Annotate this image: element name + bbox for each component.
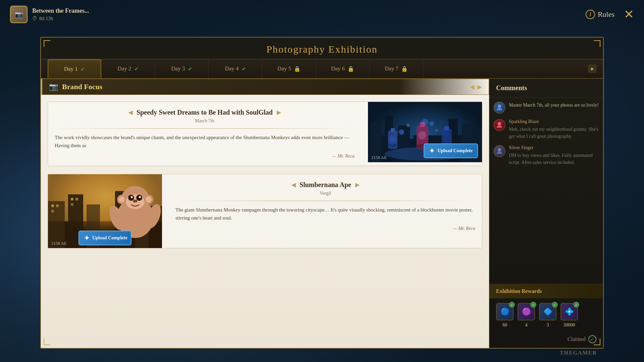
comment-avatar-1 bbox=[493, 102, 505, 114]
entry-1-prev-arrow[interactable]: ◀ bbox=[128, 109, 132, 116]
tab-day-3[interactable]: Day 3 ✔ bbox=[155, 59, 209, 78]
comment-body-3: Silver Finger DM to buy views and likes.… bbox=[509, 145, 599, 166]
reward-item-1: 🔵 ✓ 60 bbox=[496, 303, 514, 328]
comment-text-3: DM to buy views and likes. Fully automat… bbox=[509, 152, 599, 166]
entry-2-next-arrow[interactable]: ▶ bbox=[355, 182, 359, 188]
svg-point-46 bbox=[139, 196, 141, 198]
tab-day-6[interactable]: Day 6 🔒 bbox=[316, 59, 370, 78]
tab-day-1[interactable]: Day 1 ✔ bbox=[48, 59, 101, 78]
comment-username-3: Silver Finger bbox=[509, 145, 599, 150]
rules-button[interactable]: i Rules bbox=[586, 10, 614, 19]
svg-point-16 bbox=[418, 131, 426, 139]
entry-2-upload-badge: ✦ Upload Complete bbox=[78, 231, 131, 245]
entry-2-reviewer: — Mr. Reca bbox=[175, 226, 475, 231]
tab-day-3-check: ✔ bbox=[188, 66, 192, 72]
entry-1-next-arrow[interactable]: ▶ bbox=[277, 109, 281, 116]
svg-point-51 bbox=[119, 196, 125, 202]
svg-point-57 bbox=[498, 122, 501, 125]
svg-point-12 bbox=[387, 134, 398, 145]
top-right-controls: i Rules ✕ bbox=[586, 8, 634, 20]
comment-item-1: Master March 7th, all your photos are so… bbox=[493, 102, 599, 114]
svg-rect-18 bbox=[444, 126, 449, 130]
tab-scroll-right[interactable]: ▶ bbox=[588, 65, 596, 73]
reward-item-4: 💠 ✓ 30000 bbox=[560, 303, 578, 328]
svg-point-56 bbox=[498, 105, 501, 108]
brand-focus-title: Brand Focus bbox=[62, 82, 102, 91]
comment-item-2: Sparkling Blaze Meh, check out my neighb… bbox=[493, 119, 599, 140]
entry-2-ae-label: 2158 AE bbox=[51, 241, 67, 246]
corner-decoration-br bbox=[594, 339, 600, 345]
brand-focus-next[interactable]: ▶ bbox=[477, 83, 482, 90]
svg-point-49 bbox=[136, 200, 137, 202]
entry-2-author: Vergil bbox=[175, 191, 475, 196]
entry-1-photo: ✦ Upload Complete 2158 AE bbox=[368, 102, 482, 162]
svg-rect-10 bbox=[391, 128, 395, 132]
entry-2-divider bbox=[175, 201, 475, 201]
quest-title: Between the Frames... bbox=[32, 7, 89, 14]
tab-day-2-check: ✔ bbox=[134, 66, 139, 72]
entry-1-text: ◀ Speedy Sweet Dreams to Be Had with Sou… bbox=[48, 102, 361, 166]
close-button[interactable]: ✕ bbox=[624, 8, 634, 20]
rewards-grid: 🔵 ✓ 60 🟣 ✓ 4 🔷 bbox=[489, 298, 603, 333]
entry-2-title: ◀ Slumbernana Ape ▶ bbox=[175, 181, 475, 189]
entry-2-photo-section: ✦ Upload Complete 2158 AE bbox=[48, 174, 162, 248]
tab-day-1-check: ✔ bbox=[80, 66, 85, 72]
photo-entry-2: ✦ Upload Complete 2158 AE ◀ Slumbernana … bbox=[48, 174, 482, 248]
svg-rect-36 bbox=[51, 210, 54, 213]
tab-day-7[interactable]: Day 7 🔒 bbox=[370, 59, 423, 78]
photo-entry-1: ◀ Speedy Sweet Dreams to Be Had with Sou… bbox=[48, 102, 482, 166]
reward-icon-3: 🔷 ✓ bbox=[539, 303, 556, 320]
rewards-header: Exhibition Rewards bbox=[489, 284, 603, 298]
svg-point-53 bbox=[146, 196, 152, 202]
upload-icon-2: ✦ bbox=[84, 234, 90, 242]
tab-day-6-lock: 🔒 bbox=[347, 66, 354, 72]
tab-day-6-label: Day 6 bbox=[331, 65, 345, 72]
comment-username-2: Sparkling Blaze bbox=[509, 119, 599, 124]
comment-body-2: Sparkling Blaze Meh, check out my neighb… bbox=[509, 119, 599, 140]
entry-1-description: The work vividly showcases the brand's u… bbox=[55, 133, 355, 149]
quest-details: Between the Frames... ⏱ 8d 13h bbox=[32, 7, 89, 21]
comments-header: Comments bbox=[489, 79, 603, 98]
svg-point-23 bbox=[435, 129, 438, 132]
tab-day-7-label: Day 7 bbox=[385, 65, 398, 72]
reward-icon-symbol-3: 🔷 bbox=[543, 307, 552, 316]
reward-count-2: 4 bbox=[525, 322, 528, 328]
tab-day-1-label: Day 1 bbox=[64, 66, 78, 72]
comment-item-3: Silver Finger DM to buy views and likes.… bbox=[493, 145, 599, 166]
svg-point-21 bbox=[407, 124, 410, 127]
svg-point-22 bbox=[429, 121, 434, 126]
entry-2-text: ◀ Slumbernana Ape ▶ Vergil The giant Slu… bbox=[169, 174, 482, 248]
entry-1-ae-label: 2158 AE bbox=[371, 155, 387, 160]
brand-focus-prev[interactable]: ◀ bbox=[470, 83, 475, 90]
quest-icon: 📷 bbox=[10, 6, 28, 23]
tab-day-4-label: Day 4 bbox=[225, 65, 238, 72]
entry-2-description: The giant Slumbernana Monkey rampages th… bbox=[175, 206, 475, 222]
entry-1-date: March 7th bbox=[55, 118, 355, 124]
entry-1-divider bbox=[55, 128, 355, 129]
rewards-section: Exhibition Rewards 🔵 ✓ 60 🟣 ✓ bbox=[489, 284, 603, 348]
svg-rect-39 bbox=[71, 203, 73, 206]
tab-day-2-label: Day 2 bbox=[117, 65, 131, 72]
panel-title: Photography Exhibition bbox=[266, 44, 378, 55]
comment-avatar-3 bbox=[493, 145, 505, 157]
quest-timer: ⏱ 8d 13h bbox=[32, 16, 89, 21]
tab-day-5[interactable]: Day 5 🔒 bbox=[262, 59, 316, 78]
reward-icon-4: 💠 ✓ bbox=[560, 303, 578, 320]
corner-decoration-bl bbox=[44, 339, 50, 345]
comment-text-1: Master March 7th, all your photos are so… bbox=[509, 102, 599, 109]
photo-entries: ◀ Speedy Sweet Dreams to Be Had with Sou… bbox=[41, 95, 489, 255]
tab-day-4[interactable]: Day 4 ✔ bbox=[209, 59, 262, 78]
tab-day-7-lock: 🔒 bbox=[401, 66, 408, 72]
corner-decoration-tr bbox=[594, 40, 600, 47]
reward-check-4: ✓ bbox=[573, 302, 579, 308]
entry-1-reviewer: — Mr. Reca bbox=[55, 154, 355, 159]
entry-2-prev-arrow[interactable]: ◀ bbox=[291, 182, 296, 188]
tab-day-3-label: Day 3 bbox=[171, 65, 185, 72]
reward-item-3: 🔷 ✓ 3 bbox=[539, 303, 556, 328]
tab-day-4-check: ✔ bbox=[241, 66, 246, 72]
tab-day-2[interactable]: Day 2 ✔ bbox=[101, 59, 155, 78]
entry-1-upload-badge: ✦ Upload Complete bbox=[424, 143, 478, 158]
top-bar: 📷 Between the Frames... ⏱ 8d 13h i Rules… bbox=[0, 0, 644, 28]
svg-point-25 bbox=[422, 119, 428, 125]
reward-count-1: 60 bbox=[502, 322, 507, 328]
